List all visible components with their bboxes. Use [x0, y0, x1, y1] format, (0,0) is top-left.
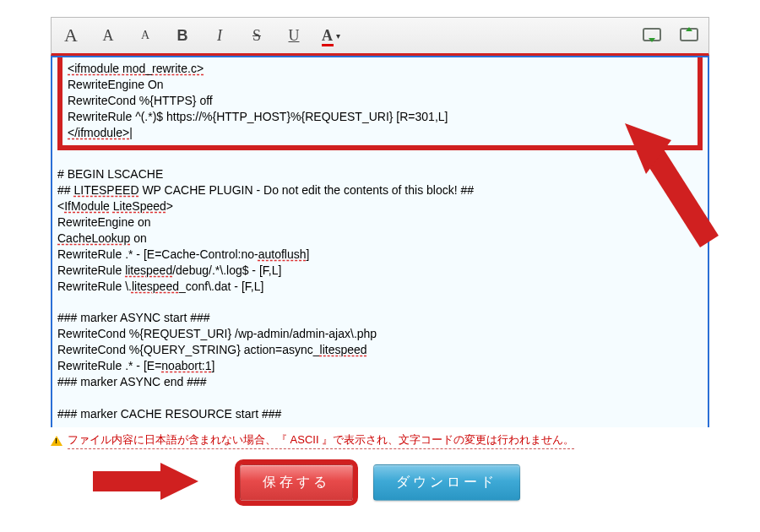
- code-line: CacheLookup on: [57, 231, 703, 247]
- italic-button[interactable]: I: [209, 24, 231, 46]
- bold-button[interactable]: B: [171, 24, 193, 46]
- warning-icon: [51, 436, 62, 446]
- chevron-down-icon: ▾: [336, 31, 340, 41]
- fontsize-large-button[interactable]: A: [60, 24, 82, 46]
- fontsize-small-button[interactable]: A: [134, 24, 156, 46]
- code-line: ### marker ASYNC start ###: [57, 310, 703, 326]
- code-line: ### marker CACHE RESOURCE start ###: [57, 406, 703, 422]
- text-color-letter: A: [322, 27, 333, 45]
- code-line: RewriteRule \.litespeed_conf\.dat - [F,L…: [57, 279, 703, 295]
- code-line: RewriteEngine On: [68, 77, 692, 93]
- code-line: RewriteRule litespeed/debug/.*\.log$ - […: [57, 263, 703, 279]
- code-line: RewriteEngine on: [57, 214, 703, 231]
- code-editor[interactable]: <ifmodule mod_rewrite.c> RewriteEngine O…: [51, 56, 709, 427]
- code-line: [57, 294, 703, 310]
- code-line: RewriteCond %{REQUEST_URI} /wp-admin/adm…: [57, 326, 703, 342]
- code-line: RewriteRule .* - [E=noabort:1]: [57, 358, 703, 374]
- code-line: [57, 150, 703, 166]
- code-line: RewriteRule ^(.*)$ https://%{HTTP_HOST}%…: [68, 109, 692, 125]
- highlighted-code-block: <ifmodule mod_rewrite.c> RewriteEngine O…: [57, 57, 703, 150]
- code-line: ### marker ASYNC end ###: [57, 374, 703, 390]
- formatting-toolbar: A A A B I S U A ▾: [51, 17, 709, 56]
- code-line: RewriteCond %{QUERY_STRING} action=async…: [57, 342, 703, 358]
- warning-row: ファイル内容に日本語が含まれない場合、『 ASCII 』で表示され、文字コードの…: [51, 432, 709, 449]
- export-icon[interactable]: [678, 24, 700, 46]
- save-button[interactable]: 保存する: [240, 464, 353, 501]
- text-color-bar: [322, 44, 334, 46]
- underline-button[interactable]: U: [283, 24, 305, 46]
- code-line: RewriteCond %{HTTPS} off: [68, 93, 692, 109]
- import-icon[interactable]: [641, 24, 663, 46]
- button-row: 保存する ダウンロード: [51, 464, 709, 501]
- strike-button[interactable]: S: [246, 24, 268, 46]
- code-line: RewriteRule .* - [E=Cache-Control:no-aut…: [57, 247, 703, 263]
- annotation-arrow-bottom: [84, 456, 203, 507]
- code-line: <ifmodule mod_rewrite.c>: [68, 61, 692, 77]
- fontsize-medium-button[interactable]: A: [97, 24, 119, 46]
- code-line: [57, 390, 703, 406]
- code-line: ## LITESPEED WP CACHE PLUGIN - Do not ed…: [57, 182, 703, 198]
- code-line: # BEGIN LSCACHE: [57, 166, 703, 182]
- code-line: </ifmodule>: [68, 125, 692, 141]
- download-button[interactable]: ダウンロード: [373, 464, 520, 501]
- warning-text: ファイル内容に日本語が含まれない場合、『 ASCII 』で表示され、文字コードの…: [68, 432, 574, 449]
- code-line: <IfModule LiteSpeed>: [57, 198, 703, 214]
- text-color-button[interactable]: A ▾: [320, 24, 342, 46]
